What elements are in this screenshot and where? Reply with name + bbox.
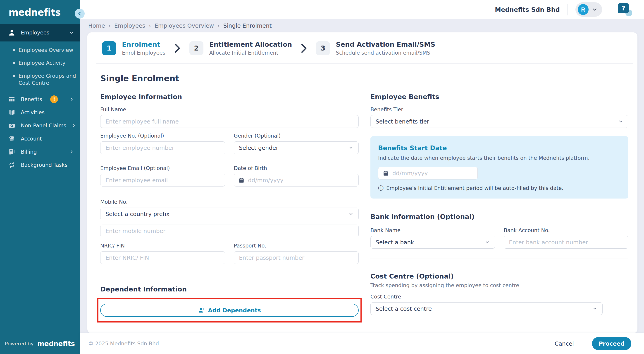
toggles-icon <box>8 135 16 142</box>
divider <box>370 329 628 329</box>
add-dependents-button[interactable]: Add Dependents <box>100 304 359 317</box>
note-text: Employee’s Initial Entitlement period wi… <box>386 185 564 191</box>
country-prefix-select[interactable]: Select a country prefix <box>100 208 359 220</box>
chevron-down-icon <box>348 212 354 217</box>
chevron-down-icon <box>348 145 354 150</box>
proceed-button[interactable]: Proceed <box>592 337 631 350</box>
bank-name-select[interactable]: Select a bank <box>370 236 495 249</box>
sidebar-item-billing[interactable]: Billing <box>0 145 80 158</box>
chevron-down-icon <box>618 119 623 124</box>
sidebar-item-label: Background Tasks <box>21 162 68 168</box>
nric-label: NRIC/ FIN <box>100 243 225 249</box>
benefits-tier-value: Select benefits tier <box>376 118 429 125</box>
gender-select[interactable]: Select gender <box>234 141 359 154</box>
chevron-down-icon <box>69 30 74 35</box>
sidebar-item-employees[interactable]: Employees <box>0 24 80 42</box>
cancel-button[interactable]: Cancel <box>553 340 575 347</box>
sidebar-item-label: Activities <box>21 109 44 115</box>
dob-input[interactable]: dd/mm/yyyy <box>234 174 359 187</box>
sync-icon <box>8 161 16 169</box>
section-employee-benefits: Employee Benefits <box>370 93 628 101</box>
breadcrumb-employees[interactable]: Employees <box>114 23 145 29</box>
help-question-icon: ? <box>618 3 629 13</box>
full-name-label: Full Name <box>100 106 359 112</box>
employee-no-input[interactable] <box>100 141 225 154</box>
breadcrumb-separator: › <box>149 23 151 29</box>
add-dependents-label: Add Dependents <box>208 307 261 314</box>
employee-no-label: Employee No. (Optional) <box>100 133 225 139</box>
cost-centre-label: Cost Centre <box>370 294 628 300</box>
divider <box>100 277 359 277</box>
footer-bar: © 2025 Mednefits Sdn Bhd Cancel Proceed <box>80 333 644 354</box>
user-menu-button[interactable]: R <box>576 2 602 17</box>
step-subtitle: Allocate Initial Entitlement <box>209 50 292 56</box>
book-icon <box>8 109 16 116</box>
divider <box>370 259 628 259</box>
sidebar-item-employees-overview[interactable]: Employees Overview <box>0 44 80 57</box>
bullet-icon <box>13 62 15 64</box>
sidebar: mednefits Employees Employees Overview <box>0 0 80 354</box>
dob-placeholder: dd/mm/yyyy <box>248 177 283 184</box>
powered-by-text: Powered by <box>5 341 34 346</box>
nric-input[interactable] <box>100 251 225 264</box>
sidebar-item-employee-activity[interactable]: Employee Activity <box>0 57 80 70</box>
table-icon <box>8 96 16 103</box>
sidebar-subitem-label: Employee Groups and Cost Centre <box>18 73 76 87</box>
divider <box>610 4 610 16</box>
cost-centre-value: Select a cost centre <box>376 305 432 312</box>
help-button[interactable]: ? <box>618 3 633 17</box>
mobile-number-input[interactable] <box>100 225 359 237</box>
employee-information-column: Employee Information Full Name Employee … <box>100 93 359 333</box>
sidebar-item-employee-groups-cost-centre[interactable]: Employee Groups and Cost Centre <box>0 70 80 90</box>
employee-email-input[interactable] <box>100 174 225 187</box>
sidebar-item-account[interactable]: Account <box>0 132 80 145</box>
mednefits-footer-logo: mednefits <box>37 340 75 348</box>
divider <box>96 63 633 64</box>
gender-select-value: Select gender <box>239 145 278 151</box>
receipt-icon <box>8 148 16 155</box>
benefits-start-date-input[interactable]: dd/mm/yyyy <box>378 167 478 180</box>
country-prefix-value: Select a country prefix <box>106 211 170 217</box>
chevron-right-icon <box>71 123 76 128</box>
step-3-send-activation: 3 Send Activation Email/SMS Schedule sen… <box>316 41 435 56</box>
step-title: Send Activation Email/SMS <box>336 41 435 48</box>
passport-input[interactable] <box>234 251 359 264</box>
annotation-highlight-box: Add Dependents <box>97 298 362 322</box>
step-title: Enrolment <box>122 41 166 48</box>
sidebar-item-non-panel-claims[interactable]: Non-Panel Claims <box>0 119 80 132</box>
sidebar-subitem-label: Employees Overview <box>18 47 73 54</box>
cost-centre-select[interactable]: Select a cost centre <box>370 302 602 315</box>
sidebar-item-background-tasks[interactable]: Background Tasks <box>0 158 80 171</box>
benefits-start-date-title: Benefits Start Date <box>378 144 621 152</box>
sidebar-collapse-button[interactable] <box>75 9 85 19</box>
benefits-start-date-note: ⓘ Employee’s Initial Entitlement period … <box>378 185 621 192</box>
mobile-label: Mobile No. <box>100 199 359 205</box>
bank-account-input[interactable] <box>504 236 628 249</box>
employee-benefits-column: Employee Benefits Benefits Tier Select b… <box>370 93 628 333</box>
sidebar-item-label: Billing <box>21 149 37 155</box>
chevron-down-icon <box>485 240 490 245</box>
breadcrumb-separator: › <box>108 23 111 29</box>
step-title: Entitlement Allocation <box>209 41 292 48</box>
benefits-tier-select[interactable]: Select benefits tier <box>370 115 628 128</box>
bank-account-label: Bank Account No. <box>504 227 628 233</box>
app-root: mednefits Employees Employees Overview <box>0 0 644 354</box>
bank-name-label: Bank Name <box>370 227 495 233</box>
breadcrumb-home[interactable]: Home <box>88 23 105 29</box>
chevron-down-icon <box>592 306 598 311</box>
calendar-icon <box>238 177 244 183</box>
breadcrumb-employees-overview[interactable]: Employees Overview <box>154 23 214 29</box>
step-arrow-icon <box>301 44 307 53</box>
full-name-input[interactable] <box>100 115 359 128</box>
sidebar-item-benefits[interactable]: Benefits ! <box>0 93 80 106</box>
avatar: R <box>578 4 588 15</box>
user-icon <box>8 29 16 37</box>
step-number: 3 <box>316 41 330 55</box>
powered-by: Powered by mednefits <box>0 333 80 354</box>
sidebar-subitem-label: Employee Activity <box>18 60 66 67</box>
sidebar-item-activities[interactable]: Activities <box>0 106 80 119</box>
step-number: 2 <box>190 41 204 55</box>
chevron-right-icon <box>69 97 74 102</box>
bullet-icon <box>13 75 15 77</box>
section-bank-information: Bank Information (Optional) <box>370 213 628 221</box>
